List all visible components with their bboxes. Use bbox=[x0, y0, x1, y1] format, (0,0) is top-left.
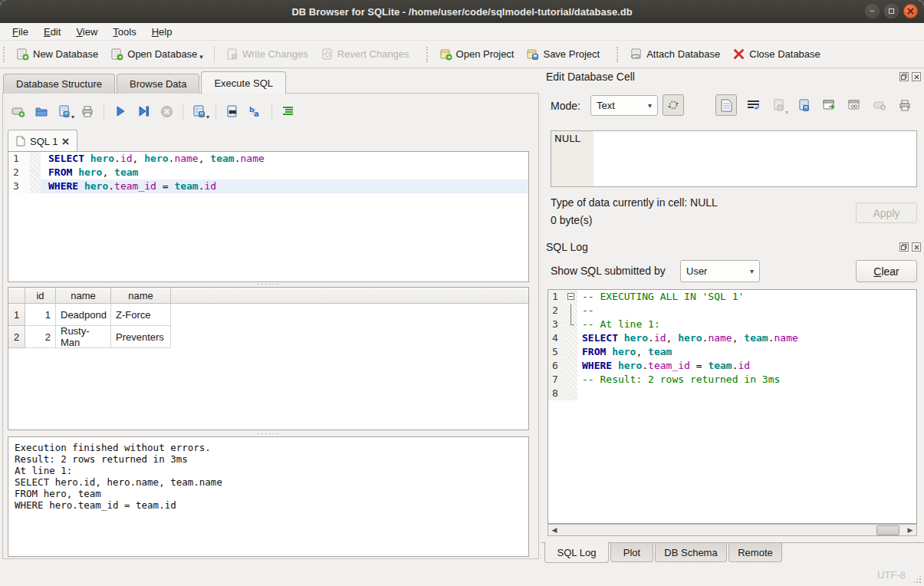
save-sql-file-button[interactable]: ▾ bbox=[55, 102, 74, 120]
cell-team-name[interactable]: Z-Force bbox=[111, 304, 171, 326]
column-header-name2[interactable]: name bbox=[111, 288, 171, 303]
attach-database-button[interactable]: Attach Database bbox=[623, 44, 726, 64]
table-row[interactable]: 2 2 Rusty-Man Preventers bbox=[8, 326, 528, 348]
message-line: FROM hero, team bbox=[15, 488, 522, 499]
tab-browse-data[interactable]: Browse Data bbox=[117, 74, 199, 94]
export-cell-data-button[interactable] bbox=[793, 94, 814, 116]
sql-log-view[interactable]: 1 -- EXECUTING ALL IN 'SQL 1' 2 -- 3 -- … bbox=[547, 289, 917, 524]
mode-select[interactable]: Text ▾ bbox=[590, 95, 658, 116]
close-button[interactable] bbox=[903, 4, 918, 18]
fold-collapse-icon[interactable] bbox=[567, 293, 574, 300]
message-line: SELECT hero.id, hero.name, team.name bbox=[15, 476, 522, 488]
statusbar: UTF-8 bbox=[0, 560, 924, 586]
open-new-tab-button[interactable] bbox=[9, 102, 28, 120]
log-horizontal-scrollbar[interactable]: ◀ ▶ bbox=[547, 524, 917, 536]
menu-help[interactable]: Help bbox=[144, 25, 180, 39]
toolbar-handle[interactable] bbox=[426, 47, 430, 62]
cell-hero-name[interactable]: Deadpond bbox=[56, 304, 111, 326]
new-database-label: New Database bbox=[33, 48, 98, 60]
export-results-button[interactable]: ▾ bbox=[190, 102, 209, 120]
row-header[interactable]: 2 bbox=[8, 326, 25, 348]
word-wrap-button[interactable] bbox=[742, 94, 764, 116]
toolbar-handle[interactable] bbox=[617, 47, 620, 62]
log-line-3: 3 -- At line 1: bbox=[548, 318, 916, 331]
close-icon bbox=[914, 74, 919, 80]
execute-current-line-button[interactable] bbox=[134, 102, 153, 120]
maximize-icon bbox=[889, 8, 894, 14]
log-line-4: 4 SELECT hero.id, hero.name, team.name bbox=[548, 331, 916, 345]
fold-margin bbox=[565, 331, 577, 345]
editor-code: WHERE hero.team_id = team.id bbox=[41, 179, 528, 193]
row-header[interactable]: 1 bbox=[8, 304, 25, 326]
import-cell-data-button[interactable]: ▾ bbox=[768, 94, 789, 116]
fold-margin bbox=[565, 359, 577, 373]
save-project-button[interactable]: Save Project bbox=[520, 44, 606, 64]
minimize-button[interactable]: − bbox=[865, 4, 880, 18]
cell-editor-area[interactable] bbox=[594, 131, 916, 186]
close-database-button[interactable]: Close Database bbox=[726, 44, 827, 64]
close-panel-button[interactable] bbox=[912, 72, 921, 81]
print-cell-button[interactable] bbox=[894, 94, 916, 116]
cell-id[interactable]: 1 bbox=[25, 304, 56, 326]
scroll-left-icon[interactable]: ◀ bbox=[548, 526, 561, 534]
set-null-button[interactable] bbox=[869, 94, 890, 116]
close-panel-button[interactable] bbox=[912, 242, 921, 252]
open-in-external-button[interactable] bbox=[818, 94, 840, 116]
scrollbar-thumb[interactable] bbox=[876, 525, 899, 535]
window-controls: − bbox=[865, 4, 918, 18]
float-panel-button[interactable] bbox=[899, 72, 909, 81]
log-line-7: 7 -- Result: 2 rows returned in 3ms bbox=[548, 373, 916, 387]
menu-edit[interactable]: Edit bbox=[36, 25, 68, 39]
clear-log-button[interactable]: Clear bbox=[856, 260, 917, 282]
cell-hero-name[interactable]: Rusty-Man bbox=[56, 326, 111, 348]
cell-editor[interactable]: NULL bbox=[551, 130, 917, 187]
open-database-dropdown-icon[interactable]: ▾ bbox=[199, 53, 203, 61]
cell-team-name[interactable]: Preventers bbox=[111, 326, 171, 348]
resize-grip[interactable] bbox=[912, 574, 922, 584]
execute-all-button[interactable] bbox=[111, 102, 130, 120]
cell-id[interactable]: 2 bbox=[25, 326, 56, 348]
auto-switch-mode-button[interactable] bbox=[663, 94, 684, 116]
menu-view[interactable]: View bbox=[68, 25, 105, 39]
open-project-button[interactable]: Open Project bbox=[433, 44, 521, 64]
write-changes-button[interactable]: Write Changes bbox=[219, 44, 314, 64]
close-database-icon bbox=[732, 48, 745, 61]
apply-button[interactable]: Apply bbox=[856, 202, 917, 223]
message-line: WHERE hero.team_id = team.id bbox=[15, 499, 522, 511]
find-button[interactable] bbox=[223, 102, 242, 120]
fold-margin bbox=[30, 166, 41, 179]
menu-tools[interactable]: Tools bbox=[105, 25, 143, 39]
open-sql-file-button[interactable] bbox=[32, 102, 51, 120]
bottom-tab-sql-log[interactable]: SQL Log bbox=[544, 542, 609, 563]
sql-editor[interactable]: 1 SELECT hero.id, hero.name, team.name 2… bbox=[8, 151, 529, 282]
revert-changes-label: Revert Changes bbox=[337, 48, 409, 60]
copy-link-button[interactable] bbox=[843, 94, 865, 116]
maximize-button[interactable] bbox=[884, 4, 899, 18]
menu-file[interactable]: File bbox=[5, 25, 36, 39]
scroll-right-icon[interactable]: ▶ bbox=[904, 526, 916, 534]
toolbar-handle[interactable] bbox=[3, 47, 7, 62]
export-results-dropdown-icon[interactable]: ▾ bbox=[206, 114, 209, 120]
tab-execute-sql[interactable]: Execute SQL bbox=[201, 71, 286, 94]
revert-changes-button[interactable]: Revert Changes bbox=[314, 44, 416, 64]
sql-file-tab[interactable]: SQL 1 bbox=[8, 130, 77, 152]
editor-line-1: 1 SELECT hero.id, hero.name, team.name bbox=[8, 152, 528, 166]
save-sql-dropdown-icon[interactable]: ▾ bbox=[71, 114, 74, 120]
float-panel-button[interactable] bbox=[899, 242, 909, 252]
column-header-id[interactable]: id bbox=[25, 288, 56, 303]
stop-button[interactable] bbox=[157, 102, 176, 120]
toolbar-separator bbox=[271, 104, 272, 119]
column-header-name[interactable]: name bbox=[56, 288, 111, 303]
format-sql-button[interactable]: ba bbox=[246, 102, 265, 120]
toggle-indentation-button[interactable] bbox=[279, 102, 298, 120]
line-number: 3 bbox=[548, 318, 565, 331]
new-database-button[interactable]: New Database bbox=[10, 44, 104, 64]
open-database-button[interactable]: Open Database ▾ bbox=[104, 44, 209, 64]
text-mode-button[interactable] bbox=[715, 94, 737, 116]
fold-margin bbox=[565, 318, 577, 331]
print-button[interactable] bbox=[78, 102, 97, 120]
close-tab-icon[interactable] bbox=[62, 138, 69, 145]
tab-database-structure[interactable]: Database Structure bbox=[3, 74, 115, 94]
table-row[interactable]: 1 1 Deadpond Z-Force bbox=[8, 304, 528, 326]
log-filter-select[interactable]: User ▾ bbox=[680, 260, 760, 282]
